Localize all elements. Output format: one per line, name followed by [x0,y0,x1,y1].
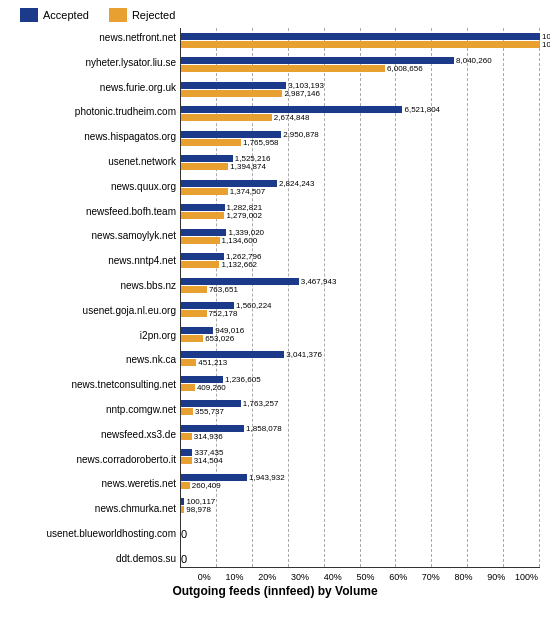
bar-row: 1,525,216 1,394,874 [181,151,540,176]
x-tick-label: 30% [278,572,311,582]
bar-accepted [181,400,241,407]
bar-accepted-label: 3,467,943 [301,277,337,286]
bar-accepted [181,229,226,236]
bars-area: 10,572,239 10,572,239 8,040,260 6,008,65… [180,28,540,568]
bar-row: 10,572,239 10,572,239 [181,28,540,53]
y-label: photonic.trudheim.com [10,102,176,121]
bar-accepted [181,253,224,260]
bar-row: 0 [181,518,540,543]
bar-rejected [181,114,272,121]
y-label: usenet.blueworldhosting.com [10,524,176,543]
y-axis: news.netfront.netnyheter.lysator.liu.sen… [10,28,180,568]
bar-accepted-label: 2,950,878 [283,130,319,139]
y-label: news.chmurka.net [10,499,176,518]
bar-line-rejected: 1,765,958 [181,139,540,146]
bar-line-accepted: 1,560,224 [181,302,540,309]
bar-rejected [181,237,220,244]
bar-pair: 337,435 314,504 [181,449,540,464]
bar-accepted [181,498,184,505]
bar-row: 1,858,078 314,936 [181,420,540,445]
bar-line-rejected: 314,936 [181,433,540,440]
bar-accepted [181,106,402,113]
bar-accepted-label: 1,763,257 [243,399,279,408]
bar-accepted-label: 1,858,078 [246,424,282,433]
bar-line-rejected: 1,374,507 [181,188,540,195]
bar-line-accepted: 1,236,605 [181,376,540,383]
bar-row: 3,103,193 2,987,146 [181,77,540,102]
bar-pair: 1,282,821 1,279,002 [181,204,540,219]
bar-rejected-label: 1,374,507 [230,187,266,196]
bar-line-accepted: 1,525,216 [181,155,540,162]
bar-rejected-label: 10,572,239 [542,40,550,49]
bar-accepted [181,82,286,89]
bar-rejected-label: 1,134,600 [222,236,258,245]
y-label: news.furie.org.uk [10,78,176,97]
bar-line-rejected: 260,409 [181,482,540,489]
bar-line-accepted: 3,467,943 [181,278,540,285]
bar-rejected-label: 1,765,958 [243,138,279,147]
bar-rejected [181,286,207,293]
bar-rejected [181,212,224,219]
y-label: news.netfront.net [10,28,176,47]
bar-pair: 0 [181,523,540,538]
bar-accepted [181,351,284,358]
bar-pair: 2,950,878 1,765,958 [181,131,540,146]
bar-line-accepted: 949,016 [181,327,540,334]
bar-rejected-label: 2,987,146 [284,89,320,98]
bar-row: 2,950,878 1,765,958 [181,126,540,151]
y-label: news.corradoroberto.it [10,450,176,469]
bar-rejected-label: 98,978 [186,505,210,514]
bar-rejected [181,41,540,48]
bar-row: 6,521,804 2,674,848 [181,102,540,127]
bar-pair: 1,236,605 409,260 [181,376,540,391]
bar-pair: 1,943,932 260,409 [181,474,540,489]
legend-accepted-label: Accepted [43,9,89,21]
bar-line-accepted: 1,763,257 [181,400,540,407]
x-tick-label: 70% [409,572,442,582]
bar-accepted [181,376,223,383]
y-label: news.samoylyk.net [10,226,176,245]
x-axis-title: Outgoing feeds (innfeed) by Volume [10,584,540,598]
bar-line-accepted: 1,262,796 [181,253,540,260]
bar-accepted [181,425,244,432]
bar-rejected-label: 314,504 [194,456,223,465]
bar-row: 2,824,243 1,374,507 [181,175,540,200]
bar-rejected [181,188,228,195]
x-tick-label: 0% [180,572,213,582]
bar-accepted [181,155,233,162]
bar-line-accepted: 3,041,376 [181,351,540,358]
bar-rejected-label: 314,936 [194,432,223,441]
bar-line-accepted: 2,950,878 [181,131,540,138]
bar-accepted-label: 2,824,243 [279,179,315,188]
legend-rejected: Rejected [109,8,175,22]
bar-rejected-label: 355,737 [195,407,224,416]
bar-line-rejected: 98,978 [181,506,540,513]
bar-rejected [181,506,184,513]
y-label: news.nk.ca [10,350,176,369]
bar-rejected-label: 763,651 [209,285,238,294]
bar-pair: 1,763,257 355,737 [181,400,540,415]
x-tick-label: 80% [442,572,475,582]
bar-row: 0 [181,543,540,568]
bar-accepted-label: 1,236,605 [225,375,261,384]
bar-rejected-label: 1,132,662 [221,260,257,269]
x-tick-label: 40% [311,572,344,582]
chart-container: Accepted Rejected news.netfront.netnyhet… [0,0,550,630]
bar-pair: 1,525,216 1,394,874 [181,155,540,170]
y-label: news.tnetconsulting.net [10,375,176,394]
bar-row: 1,763,257 355,737 [181,396,540,421]
y-label: newsfeed.xs3.de [10,425,176,444]
bar-row: 1,262,796 1,132,662 [181,249,540,274]
bar-accepted [181,302,234,309]
bar-pair: 1,339,020 1,134,600 [181,229,540,244]
bar-pair: 100,117 98,978 [181,498,540,513]
legend-accepted-box [20,8,38,22]
bar-rejected-label: 260,409 [192,481,221,490]
bar-line-rejected: 2,987,146 [181,90,540,97]
bar-line-accepted: 100,117 [181,498,540,505]
bar-line-rejected: 314,504 [181,457,540,464]
bar-line-accepted: 2,824,243 [181,180,540,187]
bar-pair: 2,824,243 1,374,507 [181,180,540,195]
bar-row: 3,467,943 763,651 [181,273,540,298]
bar-pair: 3,103,193 2,987,146 [181,82,540,97]
